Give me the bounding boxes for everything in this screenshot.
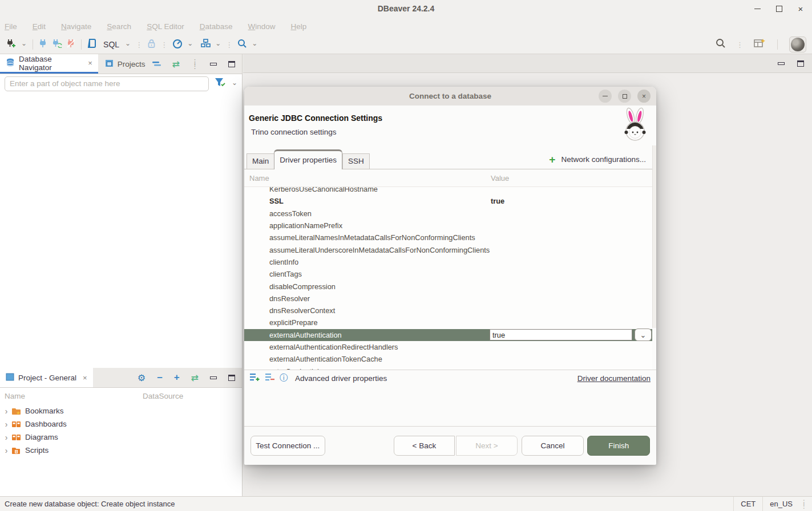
reconnect-icon[interactable]: [52, 39, 62, 50]
property-row[interactable]: KerberosUseCanonicalHostname: [244, 187, 652, 195]
dialog-titlebar[interactable]: Connect to a database ×: [244, 87, 656, 106]
property-row[interactable]: externalAuthenticationRedirectHandlers: [244, 341, 652, 353]
cancel-button[interactable]: Cancel: [522, 436, 584, 456]
chevron-right-icon[interactable]: ›: [2, 420, 10, 429]
menu-file[interactable]: File: [5, 22, 17, 31]
expand-icon[interactable]: +: [174, 372, 180, 383]
remove-property-icon[interactable]: [265, 373, 274, 384]
column-value[interactable]: Value: [491, 174, 509, 182]
tree-item-scripts[interactable]: › Scripts: [0, 444, 242, 457]
property-row[interactable]: assumeLiteralNamesInMetadataCallsForNonC…: [244, 232, 652, 244]
property-row[interactable]: accessToken: [244, 208, 652, 220]
chevron-right-icon[interactable]: ›: [2, 433, 10, 442]
filter-dropdown-icon[interactable]: ⌄: [232, 79, 237, 86]
menu-help[interactable]: Help: [291, 22, 307, 31]
tab-projects[interactable]: Projects: [98, 54, 152, 74]
search-icon[interactable]: [237, 39, 247, 51]
property-row[interactable]: applicationNamePrefix: [244, 220, 652, 232]
minimize-view-icon[interactable]: [210, 63, 217, 66]
navigator-tree-empty[interactable]: [0, 93, 242, 368]
new-connection-icon[interactable]: [6, 39, 17, 51]
add-property-icon[interactable]: [250, 373, 260, 384]
property-row[interactable]: dnsResolver: [244, 293, 652, 305]
back-button[interactable]: < Back: [394, 436, 455, 456]
dashboard-dropdown-icon[interactable]: ⌄: [187, 40, 193, 47]
network-configurations-button[interactable]: + Network configurations...: [549, 154, 654, 169]
close-button[interactable]: ×: [796, 4, 805, 13]
tree-item-dashboards[interactable]: › Dashboards: [0, 417, 242, 431]
sql-editor-dropdown-icon[interactable]: ⌄: [125, 40, 131, 47]
new-connection-dropdown-icon[interactable]: ⌄: [21, 40, 27, 47]
minimize-view-icon[interactable]: [210, 376, 217, 379]
filter-funnel-icon[interactable]: [215, 78, 226, 90]
maximize-button[interactable]: [774, 4, 783, 13]
menu-window[interactable]: Window: [248, 22, 275, 31]
tree-item-diagrams[interactable]: › Diagrams: [0, 431, 242, 444]
driver-documentation-link[interactable]: Driver documentation: [577, 374, 651, 383]
maximize-view-icon[interactable]: [797, 60, 804, 67]
dashboard-gauge-icon[interactable]: [172, 39, 183, 51]
toolbar-separator-dots: ⋮: [225, 40, 233, 49]
disconnect-icon[interactable]: [67, 39, 75, 50]
property-row-selected[interactable]: externalAuthentication ⌄: [244, 329, 652, 341]
tab-close-icon[interactable]: ×: [83, 374, 87, 382]
search-dropdown-icon[interactable]: ⌄: [252, 40, 257, 47]
collapse-all-icon[interactable]: [152, 59, 161, 69]
table-scrollbar[interactable]: [652, 145, 656, 328]
transfer-dropdown-icon[interactable]: ⌄: [215, 40, 221, 47]
property-value-input[interactable]: [490, 329, 632, 340]
property-row[interactable]: dnsResolverContext: [244, 305, 652, 317]
chevron-right-icon[interactable]: ›: [2, 407, 10, 416]
menu-database[interactable]: Database: [200, 22, 233, 31]
timezone-indicator[interactable]: CET: [733, 497, 762, 511]
menu-sql-editor[interactable]: SQL Editor: [147, 22, 184, 31]
link-with-editor-icon[interactable]: ⇄: [172, 59, 180, 70]
property-row[interactable]: clientInfo: [244, 256, 652, 268]
chevron-right-icon[interactable]: ›: [2, 446, 10, 455]
sql-editor-icon[interactable]: [87, 38, 96, 51]
tab-main[interactable]: Main: [247, 153, 274, 169]
value-dropdown-button[interactable]: ⌄: [635, 328, 652, 341]
tab-database-navigator[interactable]: Database Navigator ×: [0, 54, 98, 74]
dialog-maximize-button[interactable]: [618, 90, 631, 103]
tab-project-general[interactable]: Project - General ×: [0, 368, 93, 387]
menu-navigate[interactable]: Navigate: [61, 22, 91, 31]
sql-editor-label[interactable]: SQL: [103, 40, 119, 49]
property-row[interactable]: explicitPrepare: [244, 317, 652, 328]
locale-indicator[interactable]: en_US: [762, 497, 799, 511]
minimize-view-icon[interactable]: [778, 62, 785, 65]
menu-edit[interactable]: Edit: [33, 22, 46, 31]
tab-driver-properties[interactable]: Driver properties: [274, 149, 342, 169]
property-row[interactable]: externalAuthenticationTokenCache: [244, 353, 652, 365]
maximize-view-icon[interactable]: [228, 61, 235, 67]
tree-item-bookmarks[interactable]: › Bookmarks: [0, 404, 242, 417]
property-row[interactable]: SSLtrue: [244, 195, 652, 207]
property-row[interactable]: extraCredentials: [244, 365, 652, 370]
link-with-editor-icon[interactable]: ⇄: [191, 372, 199, 383]
maximize-view-icon[interactable]: [228, 375, 235, 381]
object-filter-input[interactable]: [5, 76, 209, 91]
view-menu-icon[interactable]: ⋮⋮: [191, 60, 199, 68]
data-transfer-icon[interactable]: [201, 39, 211, 50]
gear-icon[interactable]: ⚙: [138, 372, 146, 383]
property-row[interactable]: clientTags: [244, 268, 652, 280]
test-connection-button[interactable]: Test Connection ...: [251, 436, 325, 456]
property-row[interactable]: disableCompression: [244, 280, 652, 292]
tree-item-label: Dashboards: [25, 420, 67, 428]
tab-close-icon[interactable]: ×: [88, 59, 92, 67]
menubar: File Edit Navigate Search SQL Editor Dat…: [0, 17, 812, 35]
user-profile-button[interactable]: [789, 36, 806, 52]
property-row[interactable]: assumeLiteralUnderscoreInMetadataCallsFo…: [244, 244, 652, 256]
finish-button[interactable]: Finish: [587, 436, 650, 456]
menu-search[interactable]: Search: [107, 22, 131, 31]
quick-search-icon[interactable]: [716, 38, 726, 51]
connect-icon[interactable]: [39, 39, 47, 50]
dialog-close-button[interactable]: ×: [637, 90, 651, 103]
bookmarks-folder-icon: [11, 407, 22, 415]
tab-ssh[interactable]: SSH: [342, 153, 370, 169]
collapse-icon[interactable]: –: [157, 372, 162, 383]
dialog-minimize-button[interactable]: [599, 90, 612, 103]
column-name[interactable]: Name: [244, 174, 491, 182]
minimize-button[interactable]: [753, 4, 762, 13]
open-perspective-icon[interactable]: [754, 38, 766, 51]
